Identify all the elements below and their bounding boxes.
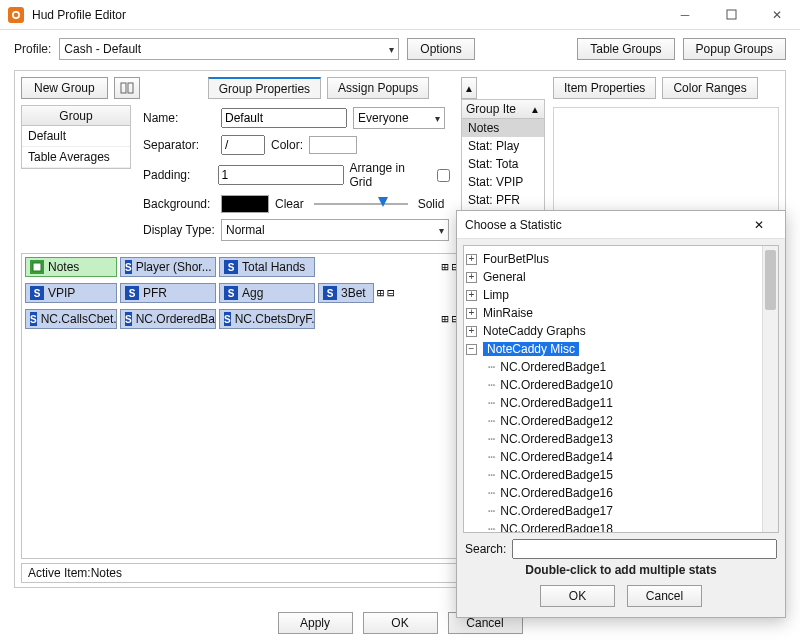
tab-assign-popups[interactable]: Assign Popups bbox=[327, 77, 429, 99]
opacity-slider[interactable] bbox=[314, 197, 408, 211]
hud-block[interactable]: SNC.CallsCbet... bbox=[25, 309, 117, 329]
chevron-down-icon: ▾ bbox=[435, 113, 440, 124]
group-item-row[interactable]: Stat: VPIP bbox=[462, 173, 544, 191]
tree-node-selected: −NoteCaddy Misc bbox=[466, 340, 776, 358]
search-input[interactable] bbox=[512, 539, 777, 559]
hud-block[interactable]: SPlayer (Shor... bbox=[120, 257, 216, 277]
tree-connector-icon: ⋯ bbox=[488, 378, 496, 392]
arrange-label: Arrange in Grid bbox=[350, 161, 427, 189]
scrollbar[interactable] bbox=[762, 246, 778, 532]
hud-block[interactable]: SNC.OrderedBa... bbox=[120, 309, 216, 329]
add-button[interactable]: ⊞ bbox=[442, 312, 449, 326]
tree-connector-icon: ⋯ bbox=[488, 432, 496, 446]
hud-block[interactable]: SVPIP bbox=[25, 283, 117, 303]
display-type-select[interactable]: Normal▾ bbox=[221, 219, 449, 241]
maximize-button[interactable] bbox=[708, 0, 754, 30]
separator-input[interactable] bbox=[221, 135, 265, 155]
expand-icon[interactable]: + bbox=[466, 308, 477, 319]
chevron-down-icon: ▾ bbox=[439, 225, 444, 236]
tree-connector-icon: ⋯ bbox=[488, 450, 496, 464]
group-item-row[interactable]: Stat: PFR bbox=[462, 191, 544, 209]
tab-group-properties[interactable]: Group Properties bbox=[208, 77, 321, 99]
tree-node: +NoteCaddy Graphs bbox=[466, 322, 776, 340]
tree-connector-icon: ⋯ bbox=[488, 396, 496, 410]
dialog-title: Choose a Statistic bbox=[465, 218, 562, 232]
svg-rect-3 bbox=[121, 83, 126, 93]
app-icon bbox=[8, 7, 24, 23]
stat-icon: S bbox=[125, 312, 132, 326]
tree-leaf: ⋯NC.OrderedBadge13 bbox=[466, 430, 776, 448]
group-item[interactable]: Table Averages bbox=[22, 147, 130, 168]
hud-block[interactable]: SNC.CbetsDryF... bbox=[219, 309, 315, 329]
sort-icon[interactable]: ▲ bbox=[530, 104, 540, 115]
arrange-grid-checkbox[interactable] bbox=[437, 169, 450, 182]
expand-icon[interactable]: + bbox=[466, 272, 477, 283]
tree-leaf: ⋯NC.OrderedBadge16 bbox=[466, 484, 776, 502]
status-label: Active Item: bbox=[28, 566, 91, 580]
status-value: Notes bbox=[91, 566, 122, 580]
hud-block[interactable]: Notes bbox=[25, 257, 117, 277]
dialog-close-button[interactable]: ✕ bbox=[741, 211, 777, 239]
options-button[interactable]: Options bbox=[407, 38, 474, 60]
collapse-icon[interactable]: − bbox=[466, 344, 477, 355]
stat-icon: S bbox=[224, 312, 231, 326]
display-type-label: Display Type: bbox=[143, 223, 215, 237]
add-button[interactable]: ⊞ bbox=[442, 260, 449, 274]
group-item-row[interactable]: Stat: Tota bbox=[462, 155, 544, 173]
name-label: Name: bbox=[143, 111, 215, 125]
table-groups-button[interactable]: Table Groups bbox=[577, 38, 674, 60]
move-up-button[interactable]: ▲ bbox=[461, 77, 477, 99]
group-item-row[interactable]: Notes bbox=[462, 119, 544, 137]
group-item-row[interactable]: Stat: Play bbox=[462, 137, 544, 155]
dialog-ok-button[interactable]: OK bbox=[540, 585, 615, 607]
tree-leaf: ⋯NC.OrderedBadge11 bbox=[466, 394, 776, 412]
hud-block[interactable]: STotal Hands bbox=[219, 257, 315, 277]
dialog-hint: Double-click to add multiple stats bbox=[457, 563, 785, 577]
dialog-cancel-button[interactable]: Cancel bbox=[627, 585, 702, 607]
background-color-swatch[interactable] bbox=[221, 195, 269, 213]
profile-select[interactable]: Cash - Default▾ bbox=[59, 38, 399, 60]
stat-icon: S bbox=[30, 286, 44, 300]
name-input[interactable] bbox=[221, 108, 347, 128]
layout-toggle-button[interactable] bbox=[114, 77, 140, 99]
tree-leaf: ⋯NC.OrderedBadge17 bbox=[466, 502, 776, 520]
tree-leaf: ⋯NC.OrderedBadge18 bbox=[466, 520, 776, 533]
group-item[interactable]: Default bbox=[22, 126, 130, 147]
separator-color-swatch[interactable] bbox=[309, 136, 357, 154]
expand-icon[interactable]: + bbox=[466, 290, 477, 301]
hud-block[interactable]: SAgg bbox=[219, 283, 315, 303]
tab-item-properties[interactable]: Item Properties bbox=[553, 77, 656, 99]
apply-button[interactable]: Apply bbox=[278, 612, 353, 634]
close-button[interactable]: ✕ bbox=[754, 0, 800, 30]
tab-color-ranges[interactable]: Color Ranges bbox=[662, 77, 757, 99]
groups-header: Group bbox=[22, 106, 130, 126]
minimize-button[interactable]: ─ bbox=[662, 0, 708, 30]
expand-icon[interactable]: + bbox=[466, 254, 477, 265]
hud-block[interactable]: SPFR bbox=[120, 283, 216, 303]
padding-input[interactable] bbox=[218, 165, 344, 185]
tree-node: +FourBetPlus bbox=[466, 250, 776, 268]
separator-label: Separator: bbox=[143, 138, 215, 152]
hud-block[interactable]: S3Bet bbox=[318, 283, 374, 303]
stat-icon: S bbox=[125, 286, 139, 300]
profile-value: Cash - Default bbox=[64, 42, 141, 56]
ok-button[interactable]: OK bbox=[363, 612, 438, 634]
window-title: Hud Profile Editor bbox=[32, 8, 662, 22]
color-label: Color: bbox=[271, 138, 303, 152]
padding-label: Padding: bbox=[143, 168, 212, 182]
popup-groups-button[interactable]: Popup Groups bbox=[683, 38, 786, 60]
tree-node: +MinRaise bbox=[466, 304, 776, 322]
remove-button[interactable]: ⊟ bbox=[387, 286, 394, 300]
add-button[interactable]: ⊞ bbox=[377, 286, 384, 300]
profile-label: Profile: bbox=[14, 42, 51, 56]
tree-leaf: ⋯NC.OrderedBadge15 bbox=[466, 466, 776, 484]
new-group-button[interactable]: New Group bbox=[21, 77, 108, 99]
statistic-tree[interactable]: +FourBetPlus +General +Limp +MinRaise +N… bbox=[463, 245, 779, 533]
stat-icon: S bbox=[30, 312, 37, 326]
tree-connector-icon: ⋯ bbox=[488, 522, 496, 533]
expand-icon[interactable]: + bbox=[466, 326, 477, 337]
stat-icon: S bbox=[224, 260, 238, 274]
visibility-select[interactable]: Everyone▾ bbox=[353, 107, 445, 129]
stat-icon: S bbox=[323, 286, 337, 300]
svg-point-1 bbox=[14, 12, 19, 17]
